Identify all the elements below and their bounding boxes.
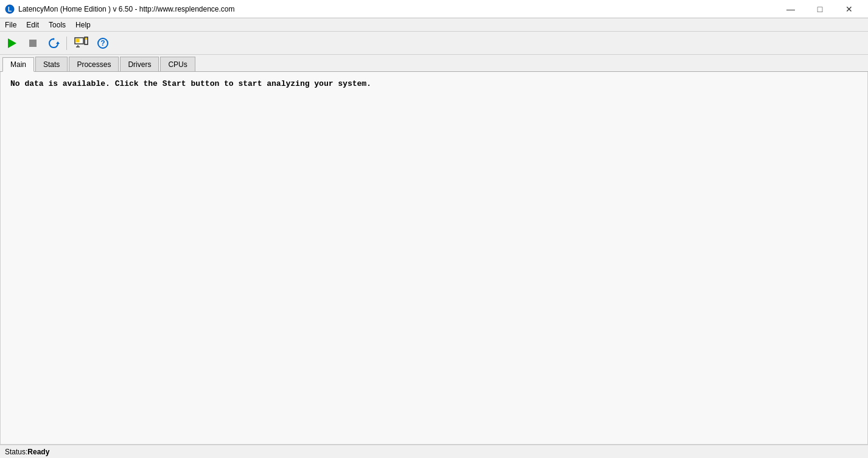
maximize-button[interactable]: □	[806, 0, 834, 18]
menu-tools[interactable]: Tools	[44, 18, 71, 31]
menu-bar: File Edit Tools Help	[0, 18, 868, 32]
status-label: Status:	[5, 448, 27, 456]
title-bar: L LatencyMon (Home Edition ) v 6.50 - ht…	[0, 0, 868, 18]
menu-help[interactable]: Help	[71, 18, 96, 31]
main-content: No data is available. Click the Start bu…	[0, 72, 868, 445]
tab-processes[interactable]: Processes	[69, 57, 119, 71]
tab-drivers[interactable]: Drivers	[120, 57, 159, 71]
window-controls: — □ ✕	[777, 0, 863, 18]
svg-text:L: L	[8, 6, 12, 13]
close-button[interactable]: ✕	[835, 0, 863, 18]
minimize-button[interactable]: —	[777, 0, 805, 18]
toolbar: ?	[0, 32, 868, 55]
app-icon: L	[5, 4, 15, 14]
play-icon	[8, 38, 16, 48]
help-icon: ?	[97, 38, 108, 49]
stop-icon	[29, 40, 37, 47]
help-button[interactable]: ?	[93, 34, 113, 52]
tab-cpus[interactable]: CPUs	[160, 57, 195, 71]
tabs-bar: Main Stats Processes Drivers CPUs	[0, 55, 868, 72]
menu-edit[interactable]: Edit	[21, 18, 44, 31]
window-title: LatencyMon (Home Edition ) v 6.50 - http…	[18, 5, 235, 13]
svg-marker-2	[56, 41, 60, 44]
start-button[interactable]	[2, 34, 22, 52]
monitor-icon	[74, 37, 88, 50]
title-bar-left: L LatencyMon (Home Edition ) v 6.50 - ht…	[5, 4, 235, 14]
svg-point-3	[53, 38, 55, 40]
tab-main[interactable]: Main	[2, 57, 34, 72]
menu-file[interactable]: File	[0, 18, 21, 31]
tab-stats[interactable]: Stats	[35, 57, 68, 71]
svg-rect-5	[76, 38, 80, 42]
status-bar: Status: Ready	[0, 445, 868, 458]
toolbar-separator	[66, 37, 67, 50]
monitor-button[interactable]	[70, 34, 92, 52]
stop-button[interactable]	[23, 34, 43, 52]
refresh-icon	[47, 37, 60, 49]
refresh-button[interactable]	[44, 34, 63, 52]
svg-rect-7	[85, 38, 87, 40]
status-value: Ready	[27, 448, 49, 456]
no-data-message: No data is available. Click the Start bu…	[10, 79, 371, 88]
